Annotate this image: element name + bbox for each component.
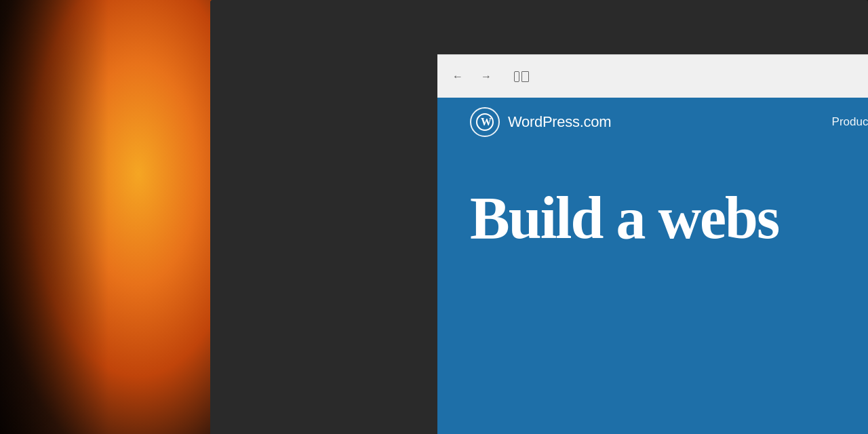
- sidebar-toggle-button[interactable]: [511, 67, 532, 86]
- back-button[interactable]: ←: [448, 67, 467, 86]
- nav-products[interactable]: Products ▾: [832, 115, 868, 129]
- left-vignette: [0, 0, 108, 434]
- hero-section: Build a webs: [437, 146, 868, 277]
- svg-text:W: W: [481, 116, 492, 127]
- wordpress-logo[interactable]: W WordPress.com: [470, 107, 611, 137]
- browser-chrome: ← → +: [437, 54, 868, 98]
- wordpress-logo-icon: W: [470, 107, 500, 137]
- sidebar-icon: [514, 71, 529, 82]
- laptop-frame: ← → +: [210, 0, 868, 434]
- wordpress-logo-text: WordPress.com: [508, 113, 611, 131]
- hero-heading: Build a webs: [470, 187, 868, 250]
- wordpress-nav: W WordPress.com Products ▾ Features ▾ Re…: [437, 98, 868, 146]
- wordpress-website: W WordPress.com Products ▾ Features ▾ Re…: [437, 98, 868, 434]
- forward-button[interactable]: →: [477, 67, 496, 86]
- laptop-top-bezel: [210, 0, 868, 56]
